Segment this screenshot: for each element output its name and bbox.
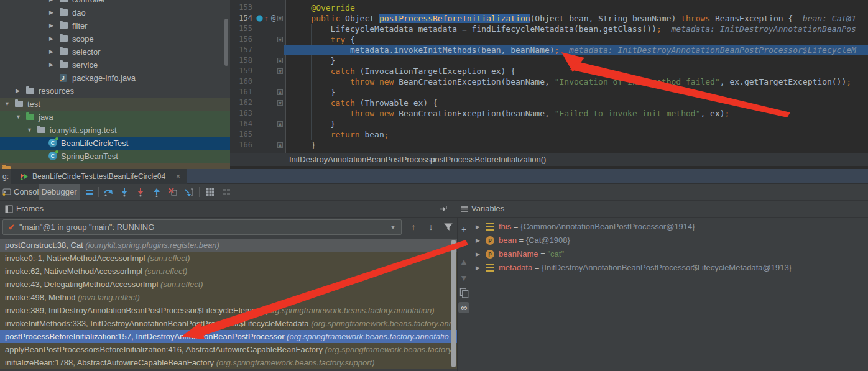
run-to-cursor-icon[interactable] <box>184 187 194 197</box>
copy-icon[interactable] <box>458 287 469 298</box>
tree-item-beanlifecircletest[interactable]: CBeanLifeCircleTest <box>0 137 230 150</box>
code-line-156[interactable]: 156∨ try { <box>230 34 868 45</box>
tab-console[interactable]: Console <box>2 184 39 200</box>
code-line-163[interactable]: 163 throw new BeanCreationException(bean… <box>230 108 868 119</box>
fold-marker-icon[interactable]: ∧ <box>277 142 283 148</box>
dock-icon[interactable] <box>439 205 447 213</box>
tree-item-scope[interactable]: ▶scope <box>0 32 230 45</box>
variable-row-metadata[interactable]: ▶metadata = {InitDestroyAnnotationBeanPo… <box>469 261 868 275</box>
chevron-right-icon[interactable]: ▶ <box>49 58 53 71</box>
code-line-158[interactable]: 158∧ } <box>230 55 868 66</box>
tree-item-package-info-java[interactable]: Jpackage-info.java <box>0 71 230 85</box>
variable-row-beanName[interactable]: ▶pbeanName = "cat" <box>469 247 868 261</box>
fold-marker-icon[interactable]: ∨ <box>277 37 283 42</box>
fold-marker-icon[interactable]: ∧ <box>277 121 283 127</box>
code-editor[interactable]: 153 @Override154↑@∨ public Object postPr… <box>230 0 868 153</box>
remove-watch-icon[interactable]: − <box>458 240 469 251</box>
chevron-right-icon[interactable]: ▶ <box>49 6 53 19</box>
frame-row-5[interactable]: invoke:389, InitDestroyAnnotationBeanPos… <box>0 304 457 317</box>
code-line-162[interactable]: 162∨ catch (Throwable ex) { <box>230 98 868 108</box>
chevron-right-icon[interactable]: ▶ <box>16 85 20 98</box>
code-line-155[interactable]: 155 LifecycleMetadata metadata = findLif… <box>230 24 868 34</box>
class-icon: C <box>48 152 57 160</box>
code-line-165[interactable]: 165 return bean; <box>230 129 868 140</box>
close-tab-icon[interactable]: × <box>176 169 180 184</box>
tree-item-selector[interactable]: ▶selector <box>0 45 230 58</box>
next-frame-icon[interactable]: ↓ <box>425 221 436 232</box>
debug-session-tab-title: BeanLifeCircleTest.testBeanLifeCircle04 <box>32 169 165 184</box>
move-down-icon[interactable]: ▼ <box>458 272 469 283</box>
variable-row-this[interactable]: ▶this = {CommonAnnotationBeanPostProcess… <box>469 220 868 234</box>
frame-row-7[interactable]: postProcessBeforeInitialization:157, Ini… <box>0 330 457 343</box>
chevron-right-icon[interactable]: ▶ <box>476 247 480 261</box>
move-up-icon[interactable]: ▲ <box>458 256 469 267</box>
project-tree-scrollbar[interactable] <box>224 19 228 66</box>
chevron-down-icon[interactable]: ▼ <box>16 111 21 124</box>
layout-menu-icon[interactable] <box>85 187 95 197</box>
frame-row-6[interactable]: invokeInitMethods:333, InitDestroyAnnota… <box>0 317 457 330</box>
tree-item-filter[interactable]: ▶filter <box>0 19 230 32</box>
step-over-icon[interactable] <box>103 187 113 197</box>
frame-row-0[interactable]: postConstruct:38, Cat (io.mykit.spring.p… <box>0 239 457 252</box>
tree-item-dao[interactable]: ▶dao <box>0 6 230 19</box>
chevron-right-icon[interactable]: ▶ <box>476 220 480 234</box>
fold-marker-icon[interactable]: ∨ <box>277 68 283 74</box>
filter-icon[interactable] <box>443 221 454 232</box>
tree-item-test[interactable]: ▼test <box>0 98 230 111</box>
chevron-right-icon[interactable]: ▶ <box>49 19 53 32</box>
chevron-right-icon[interactable]: ▶ <box>49 0 53 6</box>
force-step-into-icon[interactable] <box>136 187 145 197</box>
equals-sign: = <box>538 249 548 259</box>
drop-frame-icon[interactable] <box>168 187 178 197</box>
variables-panel: ▶this = {CommonAnnotationBeanPostProcess… <box>469 218 868 371</box>
frame-row-4[interactable]: invoke:498, Method (java.lang.reflect) <box>0 291 457 304</box>
code-line-157[interactable]: 157 metadata.invokeInitMethods(bean, bea… <box>230 45 868 55</box>
code-line-161[interactable]: 161∧ } <box>230 87 868 98</box>
tree-item-springbeantest[interactable]: CSpringBeanTest <box>0 150 230 163</box>
breadcrumb-method[interactable]: postProcessBeforeInitialization() <box>430 153 546 166</box>
tab-debugger[interactable]: Debugger <box>39 184 80 200</box>
frames-scrollbar[interactable] <box>451 240 456 367</box>
frame-row-3[interactable]: invoke:43, DelegatingMethodAccessorImpl … <box>0 278 457 291</box>
show-watches-toggle-icon[interactable]: ∞ <box>458 302 469 313</box>
code-line-160[interactable]: 160 throw new BeanCreationException(bean… <box>230 76 868 87</box>
frame-row-9[interactable]: initializeBean:1788, AbstractAutowireCap… <box>0 356 457 369</box>
fold-marker-icon[interactable]: ∨ <box>277 16 283 21</box>
code-line-166[interactable]: 166∧ } <box>230 140 868 150</box>
code-line-154[interactable]: 154↑@∨ public Object postProcessBeforeIn… <box>230 13 868 24</box>
step-out-icon[interactable] <box>152 187 162 197</box>
step-into-icon[interactable] <box>119 187 129 197</box>
fold-marker-icon[interactable]: ∨ <box>277 100 283 106</box>
code-line-164[interactable]: 164∧ } <box>230 119 868 129</box>
debug-session-tab[interactable]: BeanLifeCircleTest.testBeanLifeCircle04 … <box>11 169 187 184</box>
layout-settings-icon[interactable] <box>221 187 231 197</box>
chevron-right-icon[interactable]: ▶ <box>476 234 480 247</box>
chevron-down-icon[interactable]: ▼ <box>4 98 10 111</box>
frame-row-1[interactable]: invoke0:-1, NativeMethodAccessorImpl (su… <box>0 252 457 265</box>
variables-menu-icon[interactable] <box>460 205 468 213</box>
grid-icon[interactable] <box>205 187 215 197</box>
tree-item-controller[interactable]: ▶controller <box>0 0 230 6</box>
breadcrumb-class[interactable]: InitDestroyAnnotationBeanPostProcessor <box>289 153 438 166</box>
code-line-153[interactable]: 153 @Override <box>230 2 868 13</box>
fold-marker-icon[interactable]: ∧ <box>277 89 283 95</box>
prev-frame-icon[interactable]: ↑ <box>408 221 419 232</box>
tree-item-partial[interactable] <box>0 163 230 169</box>
fold-marker-icon[interactable]: ∧ <box>277 58 283 63</box>
add-watch-icon[interactable]: + <box>458 224 469 235</box>
frame-row-8[interactable]: applyBeanPostProcessorsBeforeInitializat… <box>0 343 457 356</box>
tree-item-io-mykit-spring-test[interactable]: ▼io.mykit.spring.test <box>0 124 230 137</box>
method-breakpoint-icon[interactable] <box>256 15 263 22</box>
code-line-159[interactable]: 159∨ catch (InvocationTargetException ex… <box>230 66 868 76</box>
variable-row-bean[interactable]: ▶pbean = {Cat@1908} <box>469 234 868 247</box>
chevron-right-icon[interactable]: ▶ <box>49 32 53 45</box>
tree-item-resources[interactable]: ▶resources <box>0 85 230 98</box>
frame-row-2[interactable]: invoke:62, NativeMethodAccessorImpl (sun… <box>0 265 457 278</box>
tree-item-service[interactable]: ▶service <box>0 58 230 71</box>
chevron-down-icon[interactable]: ▼ <box>27 124 32 137</box>
tree-item-java[interactable]: ▼java <box>0 111 230 124</box>
thread-dropdown[interactable]: ✔ "main"@1 in group "main": RUNNING ▼ <box>2 219 402 235</box>
chevron-right-icon[interactable]: ▶ <box>476 261 480 275</box>
chevron-right-icon[interactable]: ▶ <box>49 45 53 58</box>
variable-value: "cat" <box>547 249 564 259</box>
